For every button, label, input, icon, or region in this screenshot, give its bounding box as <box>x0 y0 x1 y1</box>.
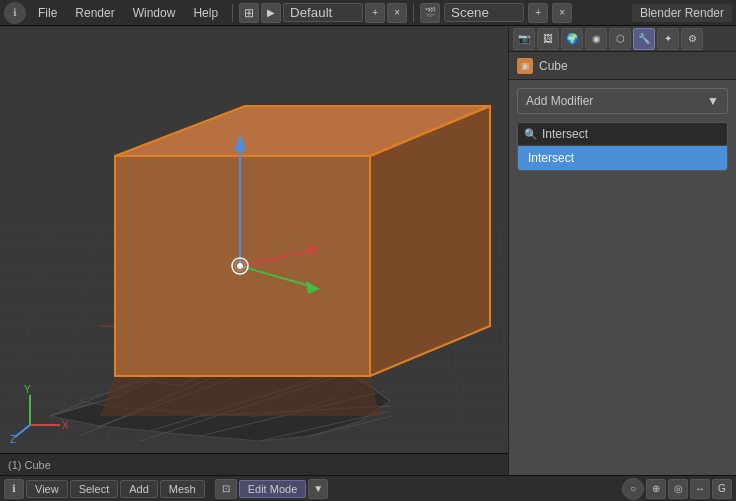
separator2 <box>413 4 414 22</box>
top-menu-bar: ℹ File Render Window Help ⊞ ▶ + × 🎬 + × … <box>0 0 736 26</box>
search-input-row: 🔍 <box>518 123 727 146</box>
add-scene-icon[interactable]: + <box>528 3 548 23</box>
svg-text:Y: Y <box>24 385 31 395</box>
view-menu-btn[interactable]: View <box>26 480 68 498</box>
physics-prop-icon[interactable]: ⚙ <box>681 28 703 50</box>
svg-text:Z: Z <box>10 434 16 445</box>
render-prop-icon[interactable]: 🖼 <box>537 28 559 50</box>
camera-prop-icon[interactable]: 📷 <box>513 28 535 50</box>
bottom-bar: ℹ View Select Add Mesh ⊡ Edit Mode ▼ ○ ⊕… <box>0 475 736 501</box>
search-input[interactable] <box>542 127 721 141</box>
window-menu[interactable]: Window <box>125 4 184 22</box>
blender-logo-icon[interactable]: ℹ <box>4 2 26 24</box>
engine-block: Blender Render <box>632 4 732 22</box>
add-menu-btn[interactable]: Add <box>120 480 158 498</box>
edit-mode-btn[interactable]: Edit Mode <box>239 480 307 498</box>
proportional-icon[interactable]: ◎ <box>668 479 688 499</box>
pivot-icon[interactable]: ○ <box>622 478 644 500</box>
scene-prop-icon[interactable]: 🌍 <box>561 28 583 50</box>
viewport[interactable]: User Persp + <box>0 26 508 475</box>
global-icon[interactable]: G <box>712 479 732 499</box>
svg-marker-45 <box>100 376 380 416</box>
object-prop-icon[interactable]: ⬡ <box>609 28 631 50</box>
svg-text:X: X <box>62 420 69 431</box>
axes-indicator: X Y Z <box>10 385 70 445</box>
workspace-input[interactable] <box>283 3 363 22</box>
modifier-prop-icon[interactable]: 🔧 <box>633 28 655 50</box>
add-screen-icon[interactable]: + <box>365 3 385 23</box>
add-modifier-label: Add Modifier <box>526 94 593 108</box>
object-name: Cube <box>539 59 568 73</box>
add-modifier-button[interactable]: Add Modifier ▼ <box>517 88 728 114</box>
particles-prop-icon[interactable]: ✦ <box>657 28 679 50</box>
world-prop-icon[interactable]: ◉ <box>585 28 607 50</box>
render-engine-label[interactable]: Blender Render <box>632 4 732 22</box>
select-menu-btn[interactable]: Select <box>70 480 119 498</box>
info-icon[interactable]: ℹ <box>4 479 24 499</box>
screen-layout-icon[interactable]: ⊞ <box>239 3 259 23</box>
right-panel: 📷 🖼 🌍 ◉ ⬡ 🔧 ✦ ⚙ ▣ Cube Add Modifier ▼ 🔍 … <box>508 26 736 475</box>
menu-bar: File Render Window Help <box>30 4 226 22</box>
delete-screen-icon[interactable]: × <box>387 3 407 23</box>
separator <box>232 4 233 22</box>
svg-point-60 <box>237 263 243 269</box>
properties-header: ▣ Cube <box>509 52 736 80</box>
properties-toolbar: 📷 🖼 🌍 ◉ ⬡ 🔧 ✦ ⚙ <box>509 26 736 52</box>
object-type-icon: ▣ <box>517 58 533 74</box>
render-icon[interactable]: ▶ <box>261 3 281 23</box>
scene-input[interactable] <box>444 3 524 22</box>
snap-icon[interactable]: ⊕ <box>646 479 666 499</box>
svg-line-66 <box>15 425 30 437</box>
file-menu[interactable]: File <box>30 4 65 22</box>
del-scene-icon[interactable]: × <box>552 3 572 23</box>
viewport-status-bar: (1) Cube <box>0 453 508 475</box>
mode-dropdown-icon[interactable]: ▼ <box>308 479 328 499</box>
scene-block: 🎬 + × <box>420 3 572 23</box>
mesh-menu-btn[interactable]: Mesh <box>160 480 205 498</box>
mode-icon[interactable]: ⊡ <box>215 479 237 499</box>
add-modifier-dropdown-icon: ▼ <box>707 94 719 108</box>
search-icon: 🔍 <box>524 128 538 141</box>
transform-icon[interactable]: ↔ <box>690 479 710 499</box>
render-menu[interactable]: Render <box>67 4 122 22</box>
help-menu[interactable]: Help <box>185 4 226 22</box>
scene-icon[interactable]: 🎬 <box>420 3 440 23</box>
viewport-status-text: (1) Cube <box>8 459 51 471</box>
scene-3d <box>0 26 508 475</box>
intersect-result[interactable]: Intersect <box>518 146 727 170</box>
modifier-search-dropdown: 🔍 Intersect <box>517 122 728 171</box>
main-area: User Persp + <box>0 26 736 475</box>
